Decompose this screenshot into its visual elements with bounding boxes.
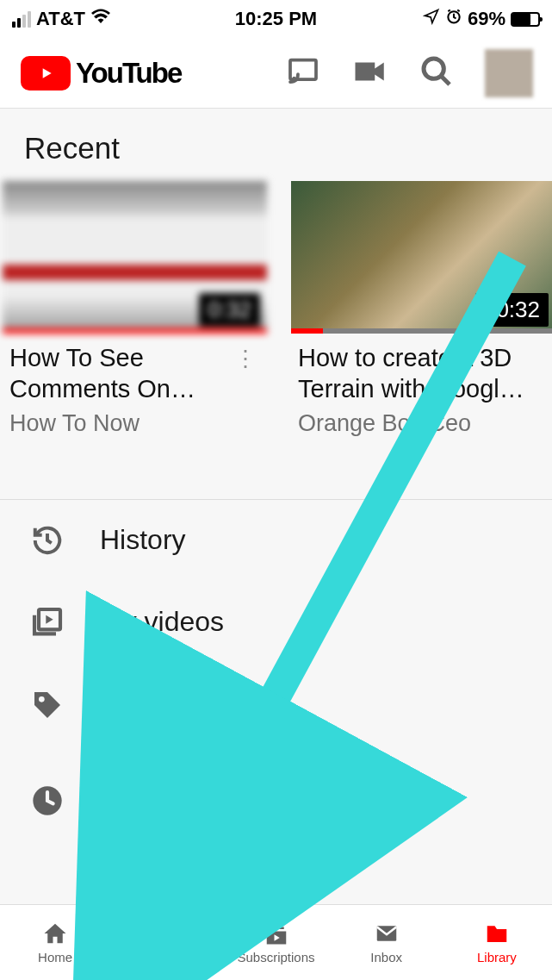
duration-badge: 20:32 [475, 293, 549, 327]
svg-rect-7 [269, 927, 284, 930]
library-item-history[interactable]: History [0, 500, 552, 581]
channel-name: Orange Box Ceo [298, 410, 552, 437]
library-item-purchases[interactable]: Purchases [0, 664, 552, 746]
nav-inbox[interactable]: Inbox [332, 905, 442, 980]
nav-label: Inbox [370, 950, 402, 964]
recent-card[interactable]: 0:32 How To See Comments On… How To Now … [3, 181, 267, 437]
nav-subscriptions[interactable]: Subscriptions [220, 905, 331, 980]
bottom-nav: Home Trending Subscriptions Inbox Librar… [0, 904, 552, 980]
nav-label: Library [477, 950, 517, 964]
library-item-label: Purchases [100, 689, 230, 721]
history-icon [29, 524, 65, 557]
wifi-icon [90, 8, 111, 30]
library-page: Recent 0:32 How To See Comments On… How … [0, 109, 552, 855]
cast-icon[interactable] [285, 56, 321, 91]
library-item-watch-later[interactable]: Watch later 5 unwatched videos [0, 746, 552, 855]
library-list: History My videos Purchases Watch later … [0, 499, 552, 855]
library-item-my-videos[interactable]: My videos [0, 581, 552, 664]
app-header: YouTube [0, 38, 552, 109]
library-item-subtitle: 5 unwatched videos [100, 804, 306, 831]
nav-label: Trending [140, 950, 191, 964]
search-icon[interactable] [419, 54, 454, 92]
section-title-recent: Recent [0, 109, 552, 181]
battery-pct: 69% [468, 8, 505, 30]
library-item-label: Watch later [100, 771, 306, 802]
video-thumbnail[interactable]: 0:32 [3, 181, 267, 334]
signal-icon [12, 11, 31, 28]
nav-library[interactable]: Library [442, 905, 552, 980]
nav-label: Home [38, 950, 72, 964]
camera-icon[interactable] [352, 59, 388, 88]
location-icon [423, 8, 440, 30]
svg-point-2 [424, 59, 443, 78]
brand-text: YouTube [76, 57, 181, 90]
alarm-icon [445, 8, 462, 30]
video-title: How to create a 3D Terrain with Googl… [298, 342, 552, 405]
youtube-logo[interactable]: YouTube [21, 56, 181, 91]
nav-home[interactable]: Home [0, 905, 110, 980]
carrier-label: AT&T [36, 8, 85, 30]
video-title: How To See Comments On… [9, 342, 227, 405]
avatar[interactable] [485, 49, 533, 97]
nav-trending[interactable]: Trending [110, 905, 220, 980]
more-menu-icon[interactable]: ⋮ [227, 342, 264, 437]
clock-icon [29, 783, 65, 818]
svg-rect-8 [270, 923, 282, 926]
library-item-label: History [100, 524, 186, 556]
progress-bar [291, 328, 323, 334]
tag-icon [29, 688, 65, 722]
channel-name: How To Now [9, 410, 227, 437]
battery-icon [511, 12, 540, 27]
my-videos-icon [29, 605, 65, 640]
library-item-label: My videos [100, 606, 224, 638]
duration-badge: 0:32 [199, 293, 260, 327]
recent-card[interactable]: 20:32 How to create a 3D Terrain with Go… [291, 181, 552, 437]
status-bar: AT&T 10:25 PM 69% [0, 0, 552, 38]
video-thumbnail[interactable]: 20:32 [291, 181, 552, 334]
progress-bar [3, 328, 267, 334]
nav-label: Subscriptions [237, 950, 314, 964]
recent-shelf[interactable]: 0:32 How To See Comments On… How To Now … [0, 181, 552, 437]
svg-point-4 [39, 696, 45, 702]
